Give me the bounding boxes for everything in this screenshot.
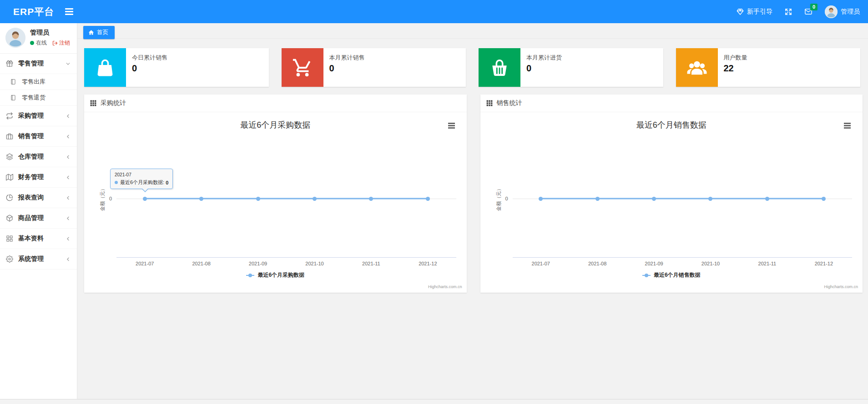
chevron-left-icon xyxy=(65,134,71,140)
page-footer xyxy=(0,399,868,404)
messages-button[interactable]: 0 xyxy=(804,8,812,15)
chevron-left-icon xyxy=(65,113,71,119)
sales-stats-panel: 销售统计 最近6个月销售数据 金额（元） 0 2021-072021-08202… xyxy=(480,95,863,293)
online-status-label: 在线 xyxy=(36,39,47,47)
panel-title: 采购统计 xyxy=(101,99,126,107)
gift-icon xyxy=(6,60,14,67)
fullscreen-button[interactable] xyxy=(785,8,792,15)
sidebar: 管理员 在线 注销 零售管理 零售出库 xyxy=(0,23,77,399)
th-grid-icon xyxy=(90,100,96,106)
sidebar-item-retail-outbound[interactable]: 零售出库 xyxy=(0,74,77,90)
stat-card-label: 本月累计进货 xyxy=(526,54,562,62)
series-marker[interactable] xyxy=(708,197,712,201)
sidebar-item-purchase-mgmt[interactable]: 采购管理 xyxy=(0,106,77,126)
x-axis-tick-label: 2021-09 xyxy=(626,261,682,266)
sidebar-item-label: 仓库管理 xyxy=(18,153,44,161)
series-marker[interactable] xyxy=(539,197,543,201)
shopping-bag-icon xyxy=(84,48,126,87)
legend-item[interactable]: 最近6个月采购数据 xyxy=(84,271,467,279)
sidebar-username: 管理员 xyxy=(30,29,70,37)
sidebar-item-retail-return[interactable]: 零售退货 xyxy=(0,90,77,106)
x-axis-tick-label: 2021-11 xyxy=(343,261,399,266)
home-icon xyxy=(88,30,94,35)
series-marker[interactable] xyxy=(199,197,203,201)
sidebar-item-label: 零售退货 xyxy=(22,94,45,102)
x-axis-ticks: 2021-072021-082021-092021-102021-112021-… xyxy=(513,261,853,266)
th-grid-icon xyxy=(486,100,493,106)
tooltip-category: 2021-07 xyxy=(115,172,168,177)
stat-card-value: 0 xyxy=(329,63,365,74)
series-marker[interactable] xyxy=(765,197,769,201)
stat-card-label: 本月累计销售 xyxy=(329,54,365,62)
panel-header: 销售统计 xyxy=(480,95,863,112)
sidebar-item-retail-mgmt[interactable]: 零售管理 xyxy=(0,54,77,74)
brand-logo[interactable]: ERP平台 xyxy=(13,5,54,18)
stat-card-body: 本月累计进货 0 xyxy=(520,48,562,87)
sidebar-item-warehouse-mgmt[interactable]: 仓库管理 xyxy=(0,147,77,167)
highcharts-credit-link[interactable]: Highcharts.com.cn xyxy=(428,284,462,289)
fullscreen-icon xyxy=(785,8,792,15)
stat-card-month-sales[interactable]: 本月累计销售 0 xyxy=(282,48,466,87)
sidebar-item-sales-mgmt[interactable]: 销售管理 xyxy=(0,126,77,147)
stat-card-label: 用户数量 xyxy=(724,54,747,62)
legend-item[interactable]: 最近6个月销售数据 xyxy=(480,271,863,279)
hamburger-icon xyxy=(65,8,73,10)
sidebar-item-finance-mgmt[interactable]: 财务管理 xyxy=(0,167,77,188)
series-marker[interactable] xyxy=(426,197,430,201)
series-marker[interactable] xyxy=(256,197,260,201)
user-menu[interactable]: 管理员 xyxy=(825,5,860,18)
top-navbar: ERP平台 新手引导 0 管理员 xyxy=(0,0,868,23)
sidebar-item-report-query[interactable]: 报表查询 xyxy=(0,188,77,208)
tab-strip: 首页 xyxy=(77,23,868,39)
sidebar-item-label: 销售管理 xyxy=(18,132,44,140)
series-marker[interactable] xyxy=(822,197,826,201)
package-icon xyxy=(6,214,14,222)
chevron-left-icon xyxy=(65,236,71,242)
x-axis-tick-label: 2021-08 xyxy=(569,261,626,266)
sidebar-item-goods-mgmt[interactable]: 商品管理 xyxy=(0,208,77,229)
sidebar-item-label: 基本资料 xyxy=(18,234,44,243)
series-marker[interactable] xyxy=(369,197,373,201)
sidebar-item-base-data[interactable]: 基本资料 xyxy=(0,229,77,249)
x-axis-tick-label: 2021-08 xyxy=(173,261,229,266)
series-marker[interactable] xyxy=(595,197,600,201)
chart-context-menu-button[interactable] xyxy=(843,120,852,131)
stat-card-body: 本月累计销售 0 xyxy=(323,48,365,87)
stat-card-value: 22 xyxy=(724,63,747,74)
panel-title: 销售统计 xyxy=(497,99,522,107)
avatar xyxy=(5,28,25,48)
sidebar-item-label: 报表查询 xyxy=(18,194,44,202)
navbar-right: 新手引导 0 管理员 xyxy=(737,5,868,18)
stat-card-today-sales[interactable]: 今日累计销售 0 xyxy=(84,48,269,87)
tab-home[interactable]: 首页 xyxy=(83,26,115,39)
purchase-stats-panel: 采购统计 最近6个月采购数据 金额（元） 0 2021-072021-08202… xyxy=(84,95,467,293)
gear-icon xyxy=(6,255,14,263)
stat-cards-row: 今日累计销售 0 本月累计销售 0 本月累计进货 0 xyxy=(84,48,860,87)
series-marker[interactable] xyxy=(313,197,317,201)
x-axis-line xyxy=(116,257,456,258)
sidebar-item-system-mgmt[interactable]: 系统管理 xyxy=(0,249,77,269)
series-marker[interactable] xyxy=(652,197,656,201)
stat-card-user-count[interactable]: 用户数量 22 xyxy=(676,48,861,87)
chart-context-menu-button[interactable] xyxy=(447,120,456,131)
y-axis-tick-label: 0 xyxy=(84,196,112,201)
sidebar-item-label: 商品管理 xyxy=(18,214,44,222)
logout-button[interactable]: 注销 xyxy=(52,39,70,47)
sidebar-toggle-button[interactable] xyxy=(61,3,78,20)
x-axis-tick-label: 2021-07 xyxy=(513,261,569,266)
x-axis-tick-label: 2021-12 xyxy=(796,261,852,266)
stat-card-month-purchase[interactable]: 本月累计进货 0 xyxy=(479,48,663,87)
newbie-guide-button[interactable]: 新手引导 xyxy=(737,8,772,16)
highcharts-credit-link[interactable]: Highcharts.com.cn xyxy=(824,284,858,289)
sidebar-item-label: 零售出库 xyxy=(22,78,45,86)
series-line xyxy=(541,198,824,200)
stat-card-value: 0 xyxy=(526,63,562,74)
repeat-icon xyxy=(6,112,14,120)
series-marker[interactable] xyxy=(143,197,147,201)
stat-card-body: 用户数量 22 xyxy=(718,48,747,87)
stat-card-label: 今日累计销售 xyxy=(132,54,167,62)
purchase-chart: 最近6个月采购数据 金额（元） 0 2021-072021-082021-092… xyxy=(84,112,467,292)
chevron-left-icon xyxy=(65,195,71,201)
plot-area xyxy=(513,140,853,258)
series-line xyxy=(145,198,428,200)
